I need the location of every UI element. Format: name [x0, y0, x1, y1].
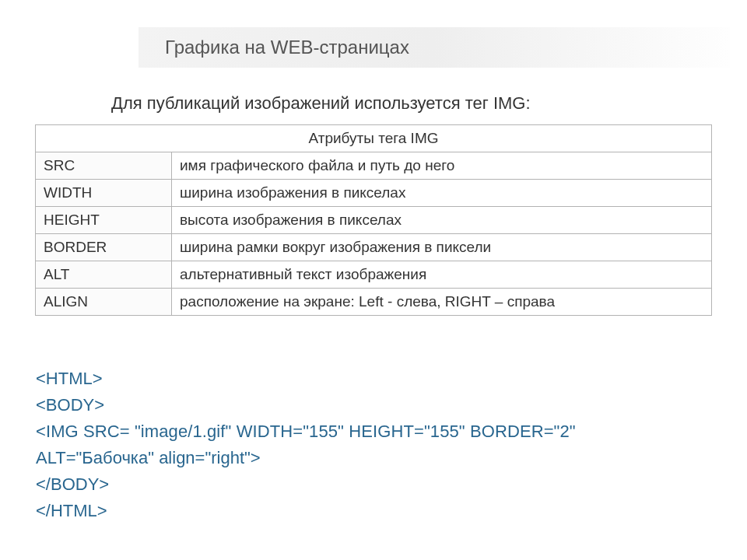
code-line: </HTML>: [36, 498, 576, 524]
page-title-bar: Графика на WEB-страницах: [139, 27, 730, 68]
attr-name: WIDTH: [36, 180, 172, 207]
attributes-table: Атрибуты тега IMG SRC имя графического ф…: [35, 124, 712, 316]
attr-desc: ширина рамки вокруг изображения в пиксел…: [172, 234, 712, 261]
attr-desc: ширина изображения в пикселах: [172, 180, 712, 207]
attr-name: SRC: [36, 152, 172, 180]
code-line: <HTML>: [36, 366, 576, 392]
attr-desc: имя графического файла и путь до него: [172, 152, 712, 180]
code-line: <BODY>: [36, 392, 576, 418]
attr-desc: альтернативный текст изображения: [172, 261, 712, 289]
table-row: WIDTH ширина изображения в пикселах: [36, 180, 712, 207]
attr-desc: высота изображения в пикселах: [172, 207, 712, 234]
code-line: </BODY>: [36, 471, 576, 498]
attr-name: ALIGN: [36, 289, 172, 316]
code-line: <IMG SRC= "image/1.gif" WIDTH="155" HEIG…: [36, 418, 576, 445]
table-header: Атрибуты тега IMG: [36, 125, 712, 152]
table-row: HEIGHT высота изображения в пикселах: [36, 207, 712, 234]
table-row: ALT альтернативный текст изображения: [36, 261, 712, 289]
attr-desc: расположение на экране: Left - слева, RI…: [172, 289, 712, 316]
code-example: <HTML> <BODY> <IMG SRC= "image/1.gif" WI…: [36, 366, 576, 525]
table-row: BORDER ширина рамки вокруг изображения в…: [36, 234, 712, 261]
table-row: SRC имя графического файла и путь до нег…: [36, 152, 712, 180]
attr-name: HEIGHT: [36, 207, 172, 234]
attr-name: BORDER: [36, 234, 172, 261]
intro-text: Для публикаций изображений используется …: [111, 93, 531, 114]
page-title: Графика на WEB-страницах: [165, 37, 409, 58]
attr-name: ALT: [36, 261, 172, 289]
table-row: ALIGN расположение на экране: Left - сле…: [36, 289, 712, 316]
code-line: ALT="Бабочка" align="right">: [36, 445, 576, 471]
